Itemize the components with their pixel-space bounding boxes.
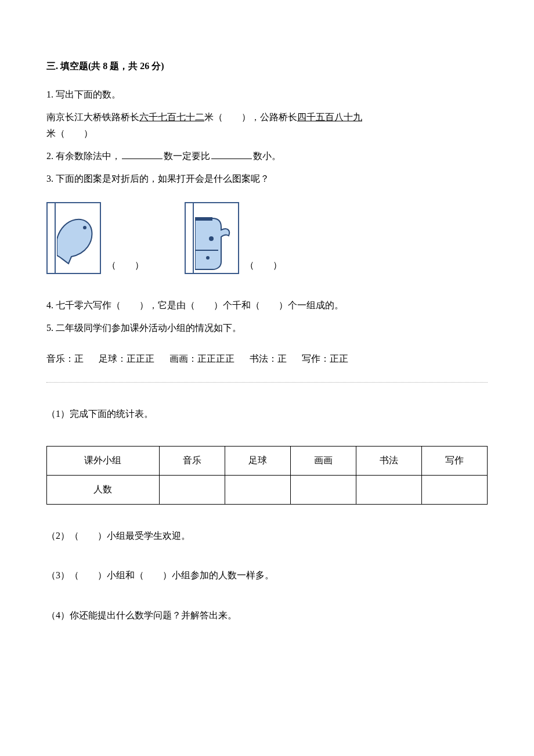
th-group: 课外小组 — [47, 446, 160, 475]
q5-sub2: （2）（ ）小组最受学生欢迎。 — [46, 528, 488, 545]
td-count-label: 人数 — [47, 475, 160, 504]
q3-figures: （ ） （ ） — [46, 202, 488, 274]
td-blank — [225, 475, 290, 504]
q3-stem: 3. 下面的图案是对折后的，如果打开会是什么图案呢？ — [46, 171, 488, 188]
th-col: 画画 — [290, 446, 356, 475]
q5-sub3: （3）（ ）小组和（ ）小组参加的人数一样多。 — [46, 567, 488, 584]
q1-num-a: 六千七百七十二 — [139, 112, 204, 122]
q2-blank-2 — [211, 149, 252, 159]
th-col: 足球 — [225, 446, 290, 475]
q5-stem: 5. 二年级同学们参加课外活动小组的情况如下。 — [46, 320, 488, 337]
th-col: 写作 — [421, 446, 487, 475]
q1-text-c: 米（ ） — [46, 128, 93, 138]
th-col: 书法 — [356, 446, 421, 475]
q1-text-b: 米（ ），公路桥长 — [204, 112, 297, 122]
q1-text-a: 南京长江大桥铁路桥长 — [46, 112, 139, 122]
td-blank — [159, 475, 225, 504]
fig2-blank: （ ） — [245, 257, 282, 274]
q5-sub4: （4）你还能提出什么数学问题？并解答出来。 — [46, 607, 488, 624]
fig1-blank: （ ） — [107, 257, 144, 274]
fig-group-1: （ ） — [46, 202, 144, 274]
tally-soccer: 足球：正正正 — [99, 351, 154, 368]
fig-group-2: （ ） — [185, 202, 282, 274]
q1-body: 南京长江大桥铁路桥长六千七百七十二米（ ），公路桥长四千五百八十九 米（ ） — [46, 109, 488, 143]
card-spine-icon — [193, 203, 194, 273]
q2-blank-1 — [122, 149, 163, 159]
divider — [46, 382, 488, 383]
svg-point-0 — [83, 226, 86, 229]
section-title: 三. 填空题(共 8 题，共 26 分) — [46, 58, 488, 75]
svg-point-2 — [209, 236, 214, 241]
svg-rect-1 — [195, 217, 212, 221]
cow-half-icon — [195, 207, 237, 271]
th-col: 音乐 — [159, 446, 225, 475]
td-blank — [421, 475, 487, 504]
whale-half-icon — [57, 210, 99, 266]
tally-music: 音乐：正 — [46, 351, 84, 368]
q5-tallies: 音乐：正 足球：正正正 画画：正正正正 书法：正 写作：正正 — [46, 351, 488, 368]
page: 三. 填空题(共 8 题，共 26 分) 1. 写出下面的数。 南京长江大桥铁路… — [0, 0, 534, 682]
q2-a: 2. 有余数除法中， — [46, 151, 121, 161]
tally-calli: 书法：正 — [250, 351, 287, 368]
td-blank — [290, 475, 356, 504]
q4: 4. 七千零六写作（ ），它是由（ ）个千和（ ）个一组成的。 — [46, 297, 488, 314]
q2-c: 数小。 — [253, 151, 281, 161]
svg-point-3 — [206, 256, 210, 260]
q5-sub1: （1）完成下面的统计表。 — [46, 406, 488, 423]
tally-write: 写作：正正 — [302, 351, 348, 368]
stat-table: 课外小组 音乐 足球 画画 书法 写作 人数 — [46, 446, 488, 505]
table-row: 人数 — [47, 475, 488, 504]
folded-card-2 — [185, 202, 239, 274]
tally-draw: 画画：正正正正 — [169, 351, 234, 368]
folded-card-1 — [46, 202, 101, 274]
q2-b: 数一定要比 — [164, 151, 210, 161]
table-row: 课外小组 音乐 足球 画画 书法 写作 — [47, 446, 488, 475]
td-blank — [356, 475, 421, 504]
q2: 2. 有余数除法中，数一定要比数小。 — [46, 148, 488, 165]
q1-stem: 1. 写出下面的数。 — [46, 87, 488, 103]
card-spine-icon — [55, 203, 56, 273]
q1-num-b: 四千五百八十九 — [297, 112, 362, 122]
